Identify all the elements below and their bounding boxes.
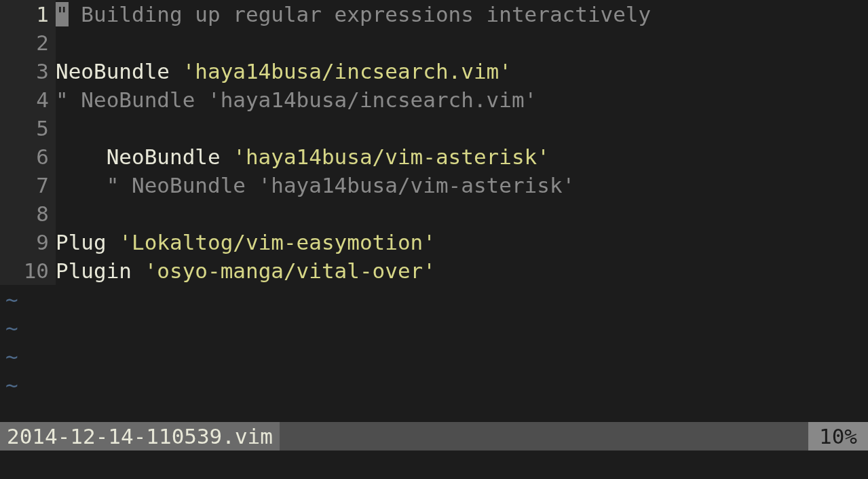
- line-content[interactable]: " NeoBundle 'haya14busa/vim-asterisk': [56, 171, 575, 199]
- code-line[interactable]: 2: [0, 28, 868, 57]
- status-line: 2014-12-14-110539.vim 10%: [0, 422, 868, 451]
- line-number: 6: [0, 142, 56, 171]
- line-number: 3: [0, 57, 56, 85]
- code-line[interactable]: 10Plugin 'osyo-manga/vital-over': [0, 256, 868, 285]
- token-comment: " NeoBundle 'haya14busa/incsearch.vim': [56, 88, 537, 112]
- code-line[interactable]: 6 NeoBundle 'haya14busa/vim-asterisk': [0, 142, 868, 171]
- token-cursor: ": [56, 2, 69, 26]
- line-content[interactable]: " Building up regular expressions intera…: [56, 0, 651, 28]
- tilde-icon: ~: [0, 370, 56, 399]
- code-line[interactable]: 4" NeoBundle 'haya14busa/incsearch.vim': [0, 85, 868, 114]
- empty-line: ~: [0, 342, 868, 370]
- line-number: 10: [0, 256, 56, 285]
- tilde-icon: ~: [0, 313, 56, 342]
- empty-line: ~: [0, 313, 868, 342]
- status-percent: 10%: [808, 422, 868, 451]
- line-content[interactable]: " NeoBundle 'haya14busa/incsearch.vim': [56, 85, 537, 114]
- code-line[interactable]: 7 " NeoBundle 'haya14busa/vim-asterisk': [0, 171, 868, 199]
- code-line[interactable]: 3NeoBundle 'haya14busa/incsearch.vim': [0, 57, 868, 85]
- tilde-icon: ~: [0, 285, 56, 313]
- code-line[interactable]: 9Plug 'Lokaltog/vim-easymotion': [0, 228, 868, 256]
- line-number: 2: [0, 28, 56, 57]
- token-comment: Building up regular expressions interact…: [69, 2, 652, 26]
- empty-line: ~: [0, 285, 868, 313]
- line-number: 1: [0, 0, 56, 28]
- code-line[interactable]: 8: [0, 199, 868, 228]
- token-string: 'haya14busa/vim-asterisk': [233, 145, 550, 169]
- empty-line: ~: [0, 370, 868, 399]
- line-content[interactable]: NeoBundle 'haya14busa/vim-asterisk': [56, 142, 550, 171]
- token-string: 'osyo-manga/vital-over': [145, 258, 436, 283]
- line-number: 9: [0, 228, 56, 256]
- line-number: 8: [0, 199, 56, 228]
- status-spacer: [280, 422, 808, 451]
- line-content[interactable]: NeoBundle 'haya14busa/incsearch.vim': [56, 57, 512, 85]
- vim-editor[interactable]: 1" Building up regular expressions inter…: [0, 0, 868, 479]
- command-line[interactable]: [0, 451, 868, 479]
- line-number: 5: [0, 114, 56, 142]
- code-line[interactable]: 5: [0, 114, 868, 142]
- text-buffer[interactable]: 1" Building up regular expressions inter…: [0, 0, 868, 422]
- line-content[interactable]: Plug 'Lokaltog/vim-easymotion': [56, 228, 436, 256]
- token-keyword: Plug: [56, 230, 119, 254]
- line-number: 4: [0, 85, 56, 114]
- line-content[interactable]: Plugin 'osyo-manga/vital-over': [56, 256, 436, 285]
- token-keyword: NeoBundle: [56, 145, 233, 169]
- line-number: 7: [0, 171, 56, 199]
- token-keyword: Plugin: [56, 258, 145, 283]
- token-string: 'haya14busa/incsearch.vim': [183, 59, 512, 83]
- token-comment: " NeoBundle 'haya14busa/vim-asterisk': [56, 173, 575, 197]
- status-filename: 2014-12-14-110539.vim: [0, 422, 280, 451]
- token-string: 'Lokaltog/vim-easymotion': [119, 230, 436, 254]
- tilde-icon: ~: [0, 342, 56, 370]
- token-keyword: NeoBundle: [56, 59, 183, 83]
- code-line[interactable]: 1" Building up regular expressions inter…: [0, 0, 868, 28]
